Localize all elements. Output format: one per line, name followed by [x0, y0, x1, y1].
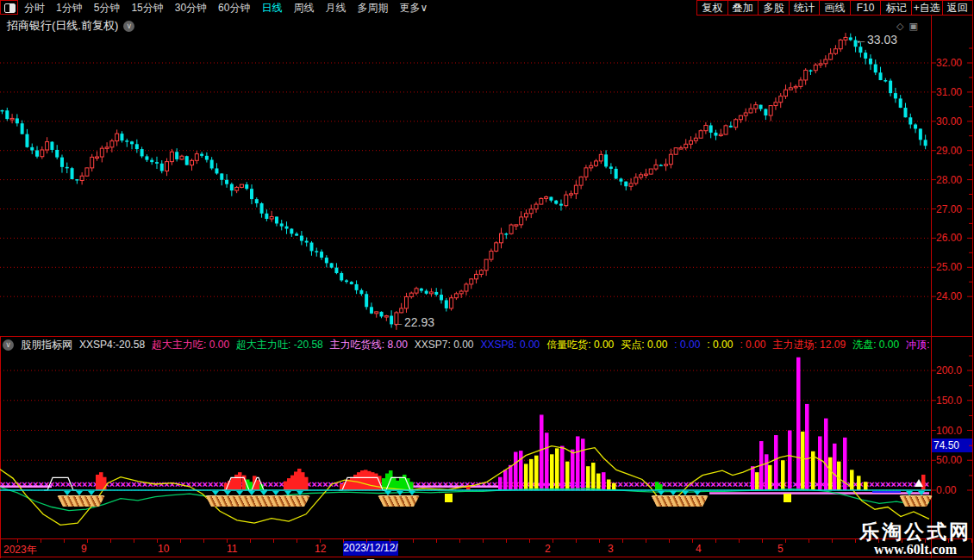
cyan-triangle-marker	[76, 491, 83, 495]
watermark-title: 乐淘公式网	[859, 521, 971, 542]
cyan-triangle-marker	[409, 491, 415, 495]
cyan-triangle-marker	[284, 491, 291, 495]
cyan-triangle-marker	[248, 491, 255, 495]
cyan-triangle-marker	[658, 491, 665, 495]
support-rope-marker	[57, 495, 105, 507]
cyan-triangle-marker	[212, 491, 219, 495]
cyan-triangle-marker	[694, 491, 701, 495]
cyan-triangle-marker	[224, 491, 231, 495]
cyan-triangle-marker	[260, 491, 267, 495]
cyan-triangle-marker	[88, 491, 95, 495]
cyan-triangle-marker	[297, 491, 303, 495]
cyan-triangle-marker	[236, 491, 243, 495]
support-rope-marker	[205, 495, 310, 507]
cyan-triangle-marker	[918, 491, 925, 495]
cyan-triangle-marker	[64, 491, 71, 495]
support-rope-marker	[651, 495, 709, 507]
watermark-url: www.60lt.com	[859, 542, 971, 557]
cyan-triangle-marker	[670, 491, 677, 495]
cyan-triangle-marker	[396, 491, 403, 495]
cyan-triangle-marker	[682, 491, 689, 495]
watermark: 乐淘公式网 www.60lt.com	[859, 521, 971, 557]
cyan-triangle-marker	[272, 491, 279, 495]
support-rope-marker	[378, 495, 420, 507]
chart-canvas[interactable]: ××××××××××××××××××××××××××××××××××××××××…	[0, 0, 974, 560]
trading-app-window: { "toolbar": { "left_items": ["分时","1分钟"…	[0, 0, 974, 560]
cyan-triangle-marker	[384, 491, 391, 495]
cyan-triangle-marker	[906, 491, 913, 495]
